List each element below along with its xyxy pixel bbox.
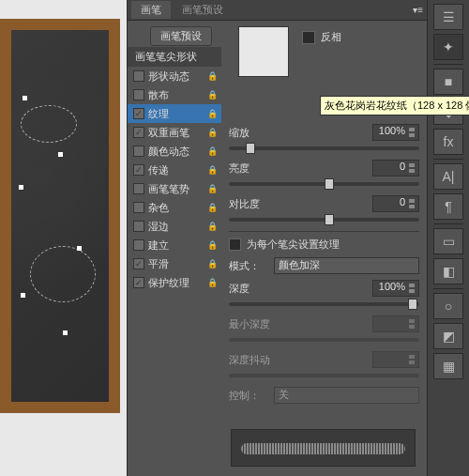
texture-settings: 反相 灰色花岗岩花纹纸（128 x 128 像素，灰度 模式） 缩放 100% … (221, 21, 427, 476)
brightness-label: 亮度 (229, 161, 280, 176)
option-dual-brush[interactable]: ✓双重画笔🔒 (128, 123, 221, 142)
checkbox-icon[interactable]: ✓ (133, 127, 144, 138)
option-scatter[interactable]: 散布🔒 (128, 85, 221, 104)
checkbox-icon[interactable]: ✓ (133, 258, 144, 269)
control-select: 关 (274, 387, 419, 404)
lock-icon[interactable]: 🔒 (207, 71, 218, 81)
rail-layers-icon[interactable]: ▦ (433, 353, 463, 379)
option-smoothing[interactable]: ✓平滑🔒 (128, 254, 221, 273)
right-tool-rail: ☰ ✦ ■ ◆ fx A| ¶ ▭ ◧ ○ ◩ ▦ (427, 0, 469, 476)
option-noise[interactable]: 杂色🔒 (128, 198, 221, 217)
rail-color-icon[interactable]: ○ (433, 293, 463, 319)
scale-label: 缩放 (229, 126, 280, 140)
checkbox-icon[interactable] (133, 183, 144, 194)
control-label: 控制： (229, 389, 274, 403)
lock-icon[interactable]: 🔒 (207, 128, 218, 137)
rail-brush-icon[interactable]: ✦ (433, 34, 463, 60)
checkbox-icon[interactable] (133, 89, 144, 100)
lock-icon[interactable]: 🔒 (207, 222, 218, 231)
mode-label: 模式： (229, 259, 274, 273)
brush-tip-shape-header[interactable]: 画笔笔尖形状 (128, 47, 221, 67)
brush-options-list: 画笔笔尖形状 形状动态🔒 散布🔒 ✓纹理🔒 ✓双重画笔🔒 颜色动态🔒 ✓传递🔒 … (128, 47, 221, 292)
contrast-slider[interactable] (229, 218, 419, 222)
rail-styles-icon[interactable]: fx (433, 129, 463, 155)
invert-checkbox[interactable] (302, 31, 315, 44)
depth-input[interactable]: 100% (372, 280, 419, 297)
contrast-label: 对比度 (229, 197, 280, 211)
option-wet-edges[interactable]: 湿边🔒 (128, 217, 221, 236)
depth-slider[interactable] (229, 302, 419, 306)
option-color-dynamics[interactable]: 颜色动态🔒 (128, 142, 221, 161)
per-tip-label: 为每个笔尖设置纹理 (247, 238, 340, 252)
lock-icon[interactable]: 🔒 (207, 203, 218, 212)
checkbox-icon[interactable]: ✓ (133, 277, 144, 288)
lock-icon[interactable]: 🔒 (207, 146, 218, 156)
depth-jitter-slider (229, 374, 419, 377)
lock-icon[interactable]: 🔒 (207, 184, 218, 193)
mode-select[interactable]: 颜色加深 (274, 257, 419, 274)
depth-jitter-input (372, 351, 419, 368)
min-depth-input (372, 315, 419, 332)
depth-label: 深度 (229, 282, 280, 296)
brightness-input[interactable]: 0 (372, 160, 419, 177)
rail-swatches-icon[interactable]: ■ (433, 69, 463, 95)
texture-thumbnail[interactable] (238, 26, 289, 77)
option-buildup[interactable]: 建立🔒 (128, 236, 221, 254)
per-tip-checkbox[interactable] (229, 238, 241, 251)
checkbox-icon[interactable]: ✓ (133, 108, 144, 119)
canvas-background (0, 0, 127, 476)
lock-icon[interactable]: 🔒 (207, 165, 218, 175)
lock-icon[interactable]: 🔒 (207, 109, 218, 118)
panel-menu-icon[interactable]: ▾≡ (413, 5, 423, 15)
checkbox-icon[interactable] (133, 239, 144, 251)
texture-tooltip: 灰色花岗岩花纹纸（128 x 128 像素，灰度 模式） (320, 96, 469, 115)
option-texture[interactable]: ✓纹理🔒 (128, 104, 221, 123)
checkbox-icon[interactable] (133, 202, 144, 213)
rail-adjustments-icon[interactable]: ◩ (433, 323, 463, 349)
invert-label: 反相 (321, 30, 341, 44)
tab-brush[interactable]: 画笔 (131, 1, 171, 19)
checkbox-icon[interactable] (133, 221, 144, 232)
tab-brush-presets[interactable]: 画笔预设 (173, 1, 233, 19)
lock-icon[interactable]: 🔒 (207, 259, 218, 269)
separator (229, 231, 419, 232)
checkbox-icon[interactable] (133, 70, 144, 82)
rail-character-icon[interactable]: A| (433, 163, 463, 190)
min-depth-label: 最小深度 (229, 317, 280, 331)
min-depth-slider (229, 338, 419, 342)
lock-icon[interactable]: 🔒 (207, 240, 218, 250)
brush-panel: 画笔 画笔预设 ▾≡ 画笔预设 画笔笔尖形状 形状动态🔒 散布🔒 ✓纹理🔒 ✓双… (127, 0, 427, 476)
brush-presets-button[interactable]: 画笔预设 (150, 26, 212, 46)
scale-slider[interactable] (229, 146, 419, 150)
rail-collapse-icon[interactable]: ☰ (433, 4, 463, 30)
checkbox-icon[interactable]: ✓ (133, 164, 144, 176)
scale-input[interactable]: 100% (372, 124, 419, 141)
option-brush-pose[interactable]: 画笔笔势🔒 (128, 179, 221, 198)
depth-jitter-label: 深度抖动 (229, 353, 280, 367)
contrast-input[interactable]: 0 (372, 195, 419, 212)
invert-row: 反相 (302, 30, 341, 44)
rail-paragraph-icon[interactable]: ¶ (433, 193, 463, 220)
panel-tabs: 画笔 画笔预设 ▾≡ (128, 0, 427, 21)
option-protect-texture[interactable]: ✓保护纹理🔒 (128, 273, 221, 292)
rail-navigator-icon[interactable]: ▭ (433, 228, 463, 254)
lock-icon[interactable]: 🔒 (207, 90, 218, 100)
brightness-slider[interactable] (229, 182, 419, 186)
checkbox-icon[interactable] (133, 146, 144, 157)
option-shape-dynamics[interactable]: 形状动态🔒 (128, 67, 221, 85)
brush-stroke-preview (231, 429, 416, 467)
lock-icon[interactable]: 🔒 (207, 278, 218, 287)
option-transfer[interactable]: ✓传递🔒 (128, 161, 221, 179)
blackboard-image (0, 19, 120, 413)
rail-histogram-icon[interactable]: ◧ (433, 258, 463, 284)
